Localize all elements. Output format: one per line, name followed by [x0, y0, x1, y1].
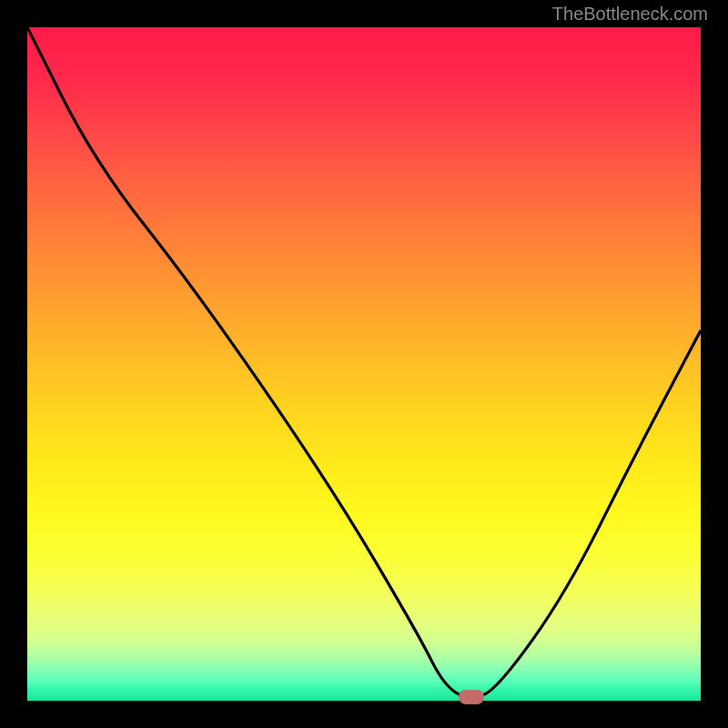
plot-area — [27, 27, 701, 701]
optimal-marker — [459, 690, 484, 704]
chart-container: TheBottleneck.com — [0, 0, 728, 728]
watermark-text: TheBottleneck.com — [552, 4, 708, 25]
curve-svg — [27, 27, 701, 701]
bottleneck-curve-path — [27, 27, 701, 697]
